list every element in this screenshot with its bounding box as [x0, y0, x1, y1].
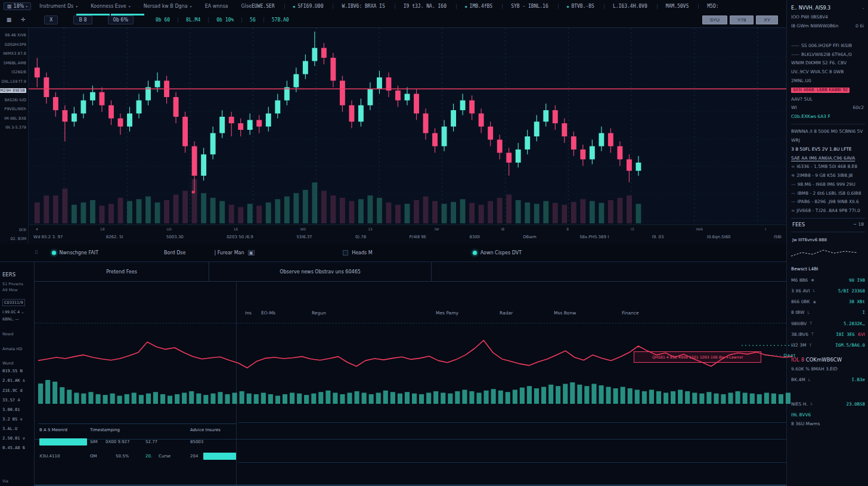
toolbar-chip[interactable]: 0b 6% — [108, 15, 134, 24]
table-header: Advice Insures — [190, 428, 221, 432]
sidebar-row[interactable]: 9.60K % 8MAH 3.EID — [791, 367, 865, 372]
price-label: IM-98L BX8 — [4, 116, 26, 121]
legend-checkbox[interactable] — [343, 250, 348, 256]
sidebar-stat-row[interactable]: 8 tBWLI — [791, 310, 865, 315]
sidebar-row[interactable]: WNIM DIKMM S2 F6. C8V — [791, 61, 865, 66]
stat-icon: ◉ — [811, 278, 814, 282]
price-label: 5M6BL.AM8 — [4, 61, 26, 66]
timeframe-button[interactable]: SYU — [702, 15, 727, 24]
sidebar-stat-row[interactable]: 38.IBV6TI8I 3E6 6VI — [791, 332, 865, 337]
stat-icon: T — [811, 332, 814, 337]
toolbar: ▦ ✛ XB 80b 6% 0b 608L.M40b 10%5657B.A0 S… — [0, 12, 786, 28]
sidebar-row[interactable]: C0b.EXKws 6A3 F — [791, 114, 865, 119]
legend-item[interactable]: | Furear Man▣ — [214, 250, 255, 256]
axis-value: 3.AL.U — [2, 424, 32, 434]
table-cell: Curse — [159, 454, 170, 459]
sidebar-row[interactable]: ≈JIV668 - T.I26 .8A4 9P8 77I.0 — [791, 208, 865, 213]
table-cell: SIM — [90, 440, 98, 444]
sidebar-row[interactable]: ≋2IMB8 - 9 G8 K56 3IB8.J8 — [791, 173, 865, 178]
x-tick: 18 — [100, 227, 105, 231]
sidebar-row[interactable]: UV..9CV WVA.5C 8 0WB — [791, 70, 865, 74]
sidebar-row[interactable]: SII3I 466B: L6BB KABBI 92 — [791, 88, 865, 94]
axis-label: Amata HD — [2, 346, 32, 352]
table-header: B A S Meonrd — [39, 428, 67, 432]
price-label: I3260/8 — [11, 70, 26, 74]
x-date-label: D6wm — [523, 235, 536, 239]
indicator-volume-bars[interactable] — [38, 380, 793, 404]
divider — [791, 124, 865, 124]
toolbar-metrics: 0b 608L.M40b 10%5657B.A0 — [148, 17, 297, 23]
sidebar-row[interactable]: IOO PWI IIBS8V4 — [791, 15, 865, 20]
menu-item[interactable]: Glse — [241, 4, 252, 9]
tab-pretend-fees[interactable]: Pretend Fees — [35, 262, 209, 281]
menu-item[interactable]: Instrument Ds▾ — [39, 4, 78, 9]
sidebar-stat-row[interactable]: 866 0BK◉38 XBt — [791, 300, 865, 304]
fees-row[interactable]: FEES~ 18 — [791, 218, 865, 232]
menu-item[interactable]: EA wnnsa — [205, 4, 228, 9]
tab-observe-news[interactable]: Observe news Obstrav uns 60465 — [209, 262, 432, 281]
menu-item[interactable]: Koonness Esve▾ — [91, 4, 130, 9]
sidebar-row[interactable]: —IBM8 - 2 6t6 L6BL IS8 0.6IB8 — [791, 191, 865, 196]
add-icon[interactable]: ✛ — [19, 17, 27, 23]
sidebar-row[interactable]: I9L 8VV6 — [791, 413, 865, 418]
table-header: Timestamping — [90, 428, 120, 432]
gridline — [35, 485, 786, 485]
sidebar-row[interactable]: I8 GWm NWWW0B6n0 6i — [791, 24, 865, 29]
legend-item[interactable]: Aown Cispes DVT — [473, 250, 522, 256]
toolbar-chip[interactable]: X — [44, 15, 58, 24]
legend-item[interactable]: Nwnschgne FAIT — [52, 250, 98, 256]
x-axis-dates: Wd 85:2 3. 978262. 5I5003.300203 50 /6.9… — [29, 232, 786, 242]
x-date-label: I0.6qn.5I60 — [707, 235, 731, 239]
handle-grid-icon[interactable]: ⠿ — [35, 250, 39, 256]
sidebar-stat-row[interactable]: M6 8B6◉90 I98 — [791, 278, 865, 283]
sidebar-row[interactable]: AAV? 5UL — [791, 97, 865, 102]
row-value: 60c2 — [853, 105, 865, 110]
zoom-level-chip[interactable]: ▥ 18% ▾ — [4, 2, 31, 10]
candlestick-svg[interactable] — [29, 28, 786, 225]
toolbar-chips: XB 80b 6% — [44, 15, 134, 24]
sidebar-row[interactable]: ≈I6336 - 1.5M8 50I 468 8.E8 — [791, 164, 865, 169]
sidebar-row[interactable]: E.. NVVH. AIS9.3⌄ — [791, 6, 865, 11]
sidebar-row[interactable]: WI60c2 — [791, 105, 865, 110]
x-tick: IW6 — [696, 227, 703, 231]
timeframe-button[interactable]: Y78 — [730, 15, 754, 24]
sidebar-stat-row[interactable]: 98IIIBVT5.2832K… — [791, 322, 865, 326]
sidebar-row[interactable]: 3 8 50FL EV5 2V 1.8U LFTE — [791, 147, 865, 152]
chevron-down-icon: ▾ — [190, 4, 192, 8]
timeframe-button[interactable]: XY — [756, 15, 778, 24]
sidebar-stat-row[interactable]: 3 X6 AVIL5/BI 23368 — [791, 289, 865, 294]
legend-item[interactable]: Heads M — [343, 250, 373, 256]
sidebar-row[interactable]: BWNNA /I 8 5006 M0 5CBNI6 5V — [791, 129, 865, 134]
chevron-down-icon[interactable]: ⌄ — [861, 6, 865, 11]
sidebar-row[interactable]: Bewsct L4BI — [791, 267, 865, 272]
candlestick-chart[interactable]: 418U016W015IWI88I3IW6I Wd 85:2 3. 978262… — [28, 28, 786, 244]
sidebar-row[interactable]: 8 36U Mwms — [791, 422, 865, 426]
axis-label: 6BNL. — — [2, 316, 32, 323]
status-dot-icon: ◉ — [567, 4, 569, 8]
legend-item[interactable]: Bord Dse — [164, 250, 185, 256]
legend-dot-icon — [52, 251, 56, 255]
stat-label: M6 8B6 — [791, 278, 808, 283]
sidebar-stat-row[interactable]: BK.4MLI.B3e — [791, 378, 865, 382]
sidebar-row[interactable]: ——BLKLVWI62I8 6T96A./0 — [791, 52, 865, 57]
sparkline-label: Jw IIIT6vnv6 8B8 — [792, 238, 827, 243]
table-cell: 52.77 — [145, 440, 157, 444]
sidebar-row[interactable]: 2MNL.U0 — [791, 79, 865, 83]
sidebar-row[interactable]: SAE AA IM6 AN6IA.C96 6AVA — [791, 156, 865, 161]
toolbar-chip[interactable]: B 8 — [73, 15, 92, 24]
sidebar-row[interactable]: —98.M6 - I968 IM6 999 29U — [791, 182, 865, 187]
gridline — [238, 422, 786, 423]
menu-item[interactable]: Nersad kw B Dgna▾ — [144, 4, 192, 9]
sidebar-row[interactable]: WRJ — [791, 138, 865, 143]
stat-label: 98IIIBV — [791, 322, 807, 326]
x-date-label: 58x.PH5.369 I — [579, 235, 609, 239]
sidebar-row[interactable]: —IPAB6 - 8296 .J98 9IN8 XII.6 — [791, 200, 865, 204]
sidebar-stat-row[interactable]: NIES H.L23.0BS8 — [791, 402, 865, 407]
sidebar-row[interactable]: ——SS 006.IH26P FFI I6SIB — [791, 43, 865, 48]
price-label: G0S0Hi3P9 — [5, 42, 26, 47]
sidebar-stat-row[interactable]: I32 3MTI6M.5/BA6.0 — [791, 343, 865, 348]
table-cell: 0X00 9.927 — [106, 440, 129, 444]
layout-grid-icon[interactable]: ▦ — [5, 17, 13, 23]
price-alert-callout[interactable]: QHS81 4 831 4998 1501 1093 106 8Ie +Lawr… — [634, 351, 761, 363]
topbar-stat: MAM.50VS — [657, 4, 689, 9]
